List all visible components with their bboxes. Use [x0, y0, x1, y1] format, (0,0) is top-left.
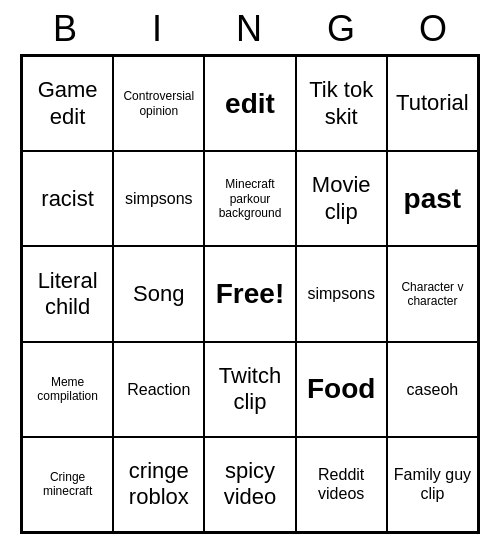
cell-r0-c1: Controversial opinion: [113, 56, 204, 151]
letter-o: O: [394, 8, 474, 50]
cell-r3-c2: Twitch clip: [204, 342, 295, 437]
cell-r3-c4: caseoh: [387, 342, 478, 437]
cell-r3-c0: Meme compilation: [22, 342, 113, 437]
cell-r4-c0: Cringe minecraft: [22, 437, 113, 532]
cell-r0-c3: Tik tok skit: [296, 56, 387, 151]
cell-r3-c3: Food: [296, 342, 387, 437]
letter-b: B: [26, 8, 106, 50]
cell-r4-c4: Family guy clip: [387, 437, 478, 532]
cell-r4-c3: Reddit videos: [296, 437, 387, 532]
bingo-title-row: B I N G O: [20, 0, 480, 54]
cell-r1-c2: Minecraft parkour background: [204, 151, 295, 246]
cell-r2-c4: Character v character: [387, 246, 478, 341]
cell-r1-c4: past: [387, 151, 478, 246]
cell-r2-c0: Literal child: [22, 246, 113, 341]
letter-n: N: [210, 8, 290, 50]
cell-r4-c2: spicy video: [204, 437, 295, 532]
cell-r2-c3: simpsons: [296, 246, 387, 341]
cell-r4-c1: cringe roblox: [113, 437, 204, 532]
cell-r0-c0: Game edit: [22, 56, 113, 151]
cell-r2-c2: Free!: [204, 246, 295, 341]
bingo-grid: Game editControversial opinioneditTik to…: [20, 54, 480, 534]
letter-i: I: [118, 8, 198, 50]
cell-r1-c3: Movie clip: [296, 151, 387, 246]
cell-r3-c1: Reaction: [113, 342, 204, 437]
cell-r1-c0: racist: [22, 151, 113, 246]
cell-r0-c2: edit: [204, 56, 295, 151]
cell-r2-c1: Song: [113, 246, 204, 341]
cell-r0-c4: Tutorial: [387, 56, 478, 151]
cell-r1-c1: simpsons: [113, 151, 204, 246]
letter-g: G: [302, 8, 382, 50]
